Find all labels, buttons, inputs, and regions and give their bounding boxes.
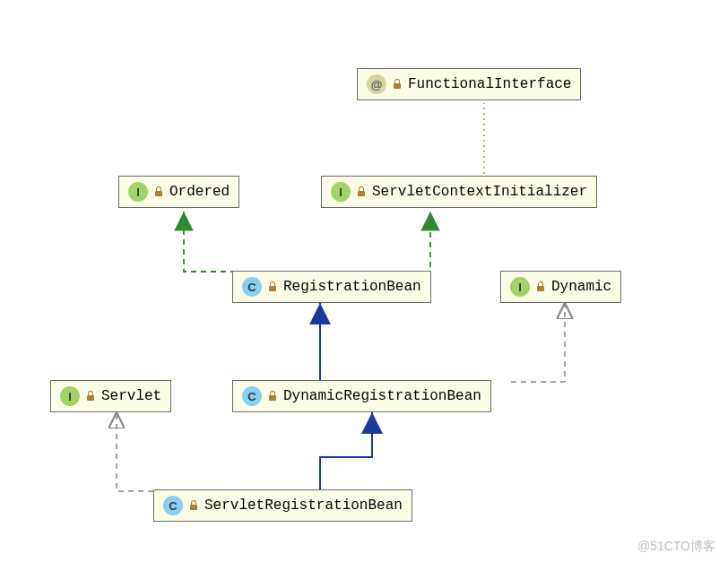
class-icon: C <box>242 277 262 297</box>
lock-icon <box>356 186 367 197</box>
node-servlet-registration-bean[interactable]: C ServletRegistrationBean <box>153 489 412 522</box>
node-ordered[interactable]: I Ordered <box>118 176 239 208</box>
node-dynamic[interactable]: I Dynamic <box>500 271 621 303</box>
interface-icon: I <box>60 386 80 406</box>
node-label: FunctionalInterface <box>408 76 571 92</box>
node-label: ServletContextInitializer <box>372 184 587 200</box>
edge-dynregbean-to-dynamic <box>511 303 565 382</box>
edge-regbean-to-sci <box>386 212 430 272</box>
class-icon: C <box>242 386 262 406</box>
class-icon: C <box>163 496 183 515</box>
interface-icon: I <box>510 277 530 297</box>
lock-icon <box>267 391 278 402</box>
edge-srb-to-dynregbean <box>320 412 372 491</box>
lock-icon <box>267 281 278 292</box>
node-label: Dynamic <box>551 279 611 295</box>
watermark: @51CTO博客 <box>637 539 715 555</box>
node-label: ServletRegistrationBean <box>204 497 403 514</box>
node-label: RegistrationBean <box>283 279 421 295</box>
node-functional-interface[interactable]: @ FunctionalInterface <box>357 68 581 100</box>
node-servlet-context-initializer[interactable]: I ServletContextInitializer <box>321 176 597 208</box>
lock-icon <box>392 79 403 90</box>
annotation-icon: @ <box>367 74 386 94</box>
node-label: DynamicRegistrationBean <box>283 388 481 404</box>
lock-icon <box>153 186 164 197</box>
node-label: Servlet <box>101 388 161 404</box>
interface-icon: I <box>128 182 148 202</box>
interface-icon: I <box>331 182 351 202</box>
node-dynamic-registration-bean[interactable]: C DynamicRegistrationBean <box>232 380 491 412</box>
lock-icon <box>85 391 96 402</box>
lock-icon <box>535 281 546 292</box>
edge-srb-to-servlet <box>117 412 193 491</box>
node-registration-bean[interactable]: C RegistrationBean <box>232 271 431 303</box>
edge-regbean-to-ordered <box>184 212 256 272</box>
lock-icon <box>188 500 199 511</box>
node-servlet[interactable]: I Servlet <box>50 380 171 412</box>
node-label: Ordered <box>169 184 230 200</box>
